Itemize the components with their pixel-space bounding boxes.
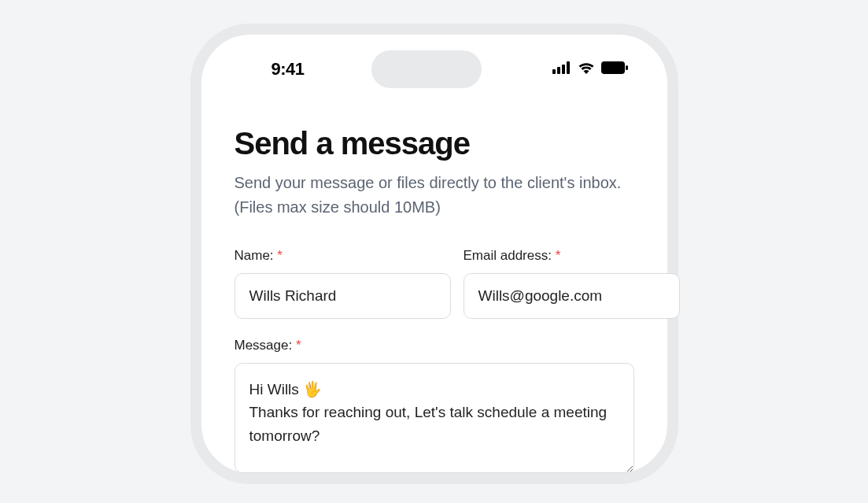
wifi-icon <box>578 61 595 77</box>
email-label: Email address: * <box>464 248 680 264</box>
svg-rect-3 <box>567 61 570 74</box>
message-label: Message: * <box>235 338 634 353</box>
name-label: Name: * <box>235 248 451 264</box>
svg-rect-4 <box>601 61 625 74</box>
name-field-group: Name: * <box>235 248 451 319</box>
status-time: 9:41 <box>241 59 335 80</box>
svg-rect-0 <box>552 69 556 74</box>
status-icons <box>518 61 628 77</box>
dynamic-island <box>371 50 482 88</box>
required-indicator: * <box>296 338 301 353</box>
message-field-group: Message: * Hi Wills 🖐 Thanks for reachin… <box>235 338 634 473</box>
page-subtitle: Send your message or files directly to t… <box>235 171 634 220</box>
battery-icon <box>601 61 628 77</box>
svg-rect-2 <box>562 65 565 74</box>
email-field-group: Email address: * <box>464 248 680 319</box>
required-indicator: * <box>556 248 561 263</box>
phone-frame: 9:41 <box>190 24 678 484</box>
email-input[interactable] <box>464 273 680 319</box>
message-textarea[interactable]: Hi Wills 🖐 Thanks for reaching out, Let'… <box>235 363 634 473</box>
svg-rect-5 <box>626 65 628 70</box>
page-title: Send a message <box>235 126 634 161</box>
status-bar: 9:41 <box>235 50 634 88</box>
cellular-icon <box>552 61 571 77</box>
required-indicator: * <box>277 248 283 263</box>
name-input[interactable] <box>235 273 451 319</box>
svg-rect-1 <box>557 67 560 74</box>
